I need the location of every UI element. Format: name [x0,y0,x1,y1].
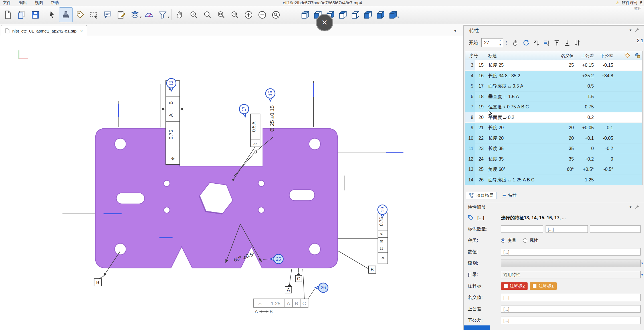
refresh-button[interactable] [521,38,531,48]
video-close-button[interactable]: ✕ [316,14,333,31]
view-cube-front-right-button[interactable] [374,7,387,22]
level-dropdown[interactable] [501,260,641,267]
catalog-dropdown[interactable]: 通用特性 [501,271,641,278]
select-cursor-button[interactable] [45,7,59,22]
shapes-icon[interactable] [634,52,641,58]
attribute-radio-label[interactable]: 属性 [530,238,538,243]
view-cube-iso-button[interactable] [299,7,311,22]
stamp-button[interactable] [59,7,73,22]
tab-properties[interactable]: 特性 [498,192,520,199]
spinner-down-icon[interactable]: ▼ [497,43,503,47]
menu-view[interactable]: 视图 [35,0,43,5]
menu-file[interactable]: 文件 [3,0,11,5]
balloon-17[interactable]: 17 [239,104,249,117]
tab-close-icon[interactable]: × [80,29,83,33]
zoom-out-button[interactable] [201,7,214,22]
panel-collapse-chevron[interactable]: ▾ [454,29,456,33]
fcf-right-position[interactable]: 0.75 A B C ⌖ [378,213,388,264]
lower-tol-input[interactable]: [...] [501,317,641,324]
column-header-seq[interactable]: 序号 [465,51,488,60]
table-row[interactable]: 315长度 2525+0.15-0.15 [465,60,642,71]
annotation-badge-2[interactable]: 注释标2 [501,282,528,290]
select-hand-button[interactable] [510,38,521,48]
signature-button[interactable] [114,7,128,22]
upper-tol-input[interactable]: [...] [501,305,641,313]
balloon-15[interactable]: 15 [266,89,275,101]
details-menu-caret[interactable]: ▾ [629,205,631,209]
tab-project-tree[interactable]: 项目拓展 [466,192,496,199]
table-row[interactable]: 1224长度 3535+0.20 [465,154,642,165]
cad-viewport[interactable]: C B A 0.75 ⌖ 0.5 A ⌓ Ø 25 ±0.15 [0,36,463,330]
zoom-fit-button[interactable] [214,7,228,22]
save-button[interactable] [29,7,42,22]
part-body[interactable] [95,128,338,268]
table-row[interactable]: 1426面轮廓度 ⌓ 1.25 A B C1.25 [465,175,642,185]
move-top-button[interactable] [552,38,562,48]
table-row[interactable]: 618垂直度 ⊥ 1.5 A1.5 [465,92,642,102]
balloon-26[interactable]: 26 [315,283,328,292]
list-order-button[interactable] [541,38,552,48]
zoom-search-button[interactable] [269,7,283,22]
zoom-window-button[interactable] [228,7,242,22]
id-count-input-1[interactable] [501,225,543,233]
panel-menu-caret[interactable]: ▾ [629,28,631,32]
datum-c[interactable]: C [295,268,302,282]
view-cube-wire-button[interactable] [349,7,362,22]
attribute-radio[interactable] [523,238,527,243]
pan-hand-button[interactable] [173,7,187,22]
table-row[interactable]: 1123长度 35350-0.2 [465,143,642,154]
tag-filter-icon[interactable] [624,52,630,58]
datum-b-right[interactable]: B [338,251,376,274]
view-cube-top-button[interactable] [336,7,349,22]
variable-radio[interactable] [501,238,505,243]
table-row[interactable]: 517面轮廓度 ⌓ 0.5 A0.5 [465,81,642,92]
comment-button[interactable] [101,7,114,22]
layers-button[interactable] [128,7,142,22]
datum-a[interactable]: A [285,269,292,293]
remove-circle-button[interactable] [255,7,269,22]
document-tab[interactable]: nist_ctc_01_asme1_ap242-e1.stp × [1,25,87,36]
value-input[interactable]: [...] [501,248,641,256]
annotation-badge-1[interactable]: 注释标1 [530,282,556,290]
table-row[interactable]: 921长度 2020+0.05-0.1 [465,123,642,133]
spinner-up-icon[interactable]: ▲ [497,39,503,43]
zoom-in-button[interactable] [187,7,201,22]
column-header-upper[interactable]: 上公差 [576,51,595,60]
table-row[interactable]: 1022长度 2020+0.1-0.05 [465,133,642,144]
tag-button[interactable] [73,7,87,22]
start-spinner[interactable]: 27 ▲▼ [481,38,503,47]
new-file-button[interactable] [1,7,15,22]
column-header-lower[interactable]: 下公差 [595,51,615,60]
pin-icon[interactable] [635,28,639,33]
id-count-input-2[interactable]: [...] [546,225,588,233]
table-row[interactable]: 416长度 34.8...35.2+35.2+34.8 [465,71,642,81]
marquee-select-button[interactable] [87,7,101,22]
menu-help[interactable]: 帮助 [51,0,59,5]
catalog-dropdown-caret[interactable]: ▼ [641,273,644,276]
menu-edit[interactable]: 编辑 [19,0,27,5]
move-bottom-button[interactable] [562,38,572,48]
open-file-button[interactable] [15,7,29,22]
protractor-button[interactable] [142,7,156,22]
add-circle-button[interactable] [242,7,255,22]
checkbox-icon[interactable] [504,284,508,288]
view-cube-all-button[interactable] [387,7,399,22]
table-row[interactable]: 1325角度 60°60°+0.5°-0.5° [465,164,642,175]
level-dropdown-caret[interactable]: ▼ [641,262,644,265]
view-cube-front-top-button[interactable] [362,7,374,22]
start-value[interactable]: 27 [482,39,497,47]
id-count-input-3[interactable] [590,225,641,233]
checkbox-icon[interactable] [533,284,536,288]
sort-button[interactable] [531,38,541,48]
nominal-input[interactable]: [...] [501,294,641,301]
column-header-title[interactable]: 标题 [488,51,556,60]
fcf-top-position[interactable]: C B A 0.75 ⌖ [166,81,180,165]
filter-button[interactable] [156,7,169,22]
spinner-menu-icon[interactable]: ⋮ [504,40,508,45]
spinner-buttons[interactable]: ▲▼ [497,39,503,47]
swap-order-button[interactable] [572,38,582,48]
variable-radio-label[interactable]: 变量 [508,238,516,243]
column-header-nominal[interactable]: 名义值 [556,51,576,60]
fcf-bottom-profile[interactable]: ⌓ 1.25 A B C [253,269,315,307]
pin-icon[interactable] [635,205,639,210]
